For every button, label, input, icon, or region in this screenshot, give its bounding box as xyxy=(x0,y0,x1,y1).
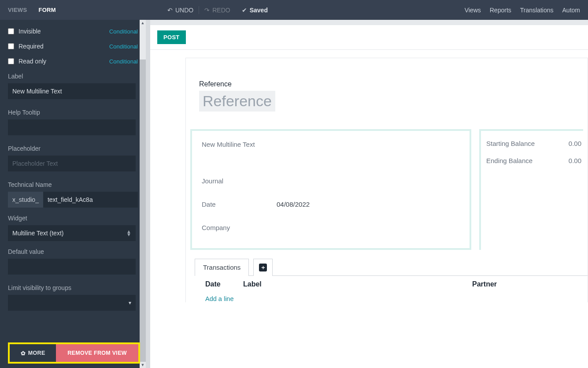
date-label: Date xyxy=(202,201,277,208)
invisible-conditional-link[interactable]: Conditional xyxy=(109,28,138,35)
chevron-down-icon: ▾ xyxy=(129,300,131,306)
separator xyxy=(199,6,199,14)
placeholder-input[interactable] xyxy=(8,156,136,171)
saved-label: Saved xyxy=(250,7,268,14)
technical-name-input[interactable] xyxy=(43,192,138,208)
gear-icon: ✿ xyxy=(21,350,26,357)
scroll-down-icon[interactable]: ▼ xyxy=(140,362,146,368)
plus-icon: ＋ xyxy=(259,264,267,271)
undo-button[interactable]: ↶ UNDO xyxy=(163,5,198,15)
tab-transactions[interactable]: Transactions xyxy=(195,259,249,276)
technical-name-title: Technical Name xyxy=(8,181,138,188)
readonly-label: Read only xyxy=(18,58,46,65)
mode-tabs: VIEWS FORM xyxy=(8,7,61,13)
starting-balance-value[interactable]: 0.00 xyxy=(569,140,581,147)
sidebar-scrollbar[interactable]: ▲ ▼ xyxy=(140,20,146,368)
form-right-panel: Starting Balance0.00 Ending Balance0.00 xyxy=(479,129,583,250)
preview-toolbar: POST xyxy=(150,25,588,50)
check-icon: ✔ xyxy=(242,7,247,14)
company-label: Company xyxy=(202,224,277,231)
col-date: Date xyxy=(195,280,243,288)
top-nav-right: Views Reports Translations Autom xyxy=(465,7,580,14)
post-button[interactable]: POST xyxy=(157,30,186,44)
help-input[interactable] xyxy=(8,119,136,135)
reference-label: Reference xyxy=(199,80,588,88)
sidebar-action-bar: ✿ MORE REMOVE FROM VIEW xyxy=(8,342,140,364)
widget-select[interactable]: Multiline Text (text) ▲▼ xyxy=(8,225,136,241)
redo-button[interactable]: ↷ REDO xyxy=(200,5,234,15)
technical-name-prefix: x_studio_ xyxy=(8,192,43,208)
scroll-thumb[interactable] xyxy=(140,59,146,368)
nav-views[interactable]: Views xyxy=(465,7,481,14)
required-conditional-link[interactable]: Conditional xyxy=(109,43,138,50)
journal-label: Journal xyxy=(202,177,277,185)
ending-balance-value[interactable]: 0.00 xyxy=(569,157,581,164)
form-left-panel: New Multiline Text Journal Date04/08/202… xyxy=(190,129,471,250)
col-label: Label xyxy=(243,280,472,288)
readonly-conditional-link[interactable]: Conditional xyxy=(109,58,138,65)
reference-value[interactable]: Reference xyxy=(199,91,275,112)
nav-automations[interactable]: Autom xyxy=(562,7,580,14)
tab-form[interactable]: FORM xyxy=(38,7,55,13)
redo-label: REDO xyxy=(212,7,230,14)
label-input[interactable] xyxy=(8,83,136,99)
widget-value: Multiline Text (text) xyxy=(12,230,63,237)
remove-from-view-button[interactable]: REMOVE FROM VIEW xyxy=(56,344,138,362)
saved-indicator: ✔ Saved xyxy=(237,5,272,15)
groups-title: Limit visibility to groups xyxy=(8,284,138,291)
tab-views[interactable]: VIEWS xyxy=(8,7,27,13)
undo-label: UNDO xyxy=(175,7,193,14)
default-title: Default value xyxy=(8,248,138,255)
properties-sidebar: ▲ ▼ Invisible Conditional Required Condi… xyxy=(0,20,146,368)
required-label: Required xyxy=(18,43,44,50)
invisible-checkbox[interactable] xyxy=(8,28,14,34)
add-line-link[interactable]: Add a line xyxy=(195,293,588,302)
date-value[interactable]: 04/08/2022 xyxy=(277,201,310,208)
history-controls: ↶ UNDO ↷ REDO ✔ Saved xyxy=(163,5,272,15)
more-button[interactable]: ✿ MORE xyxy=(10,344,56,362)
scroll-up-icon[interactable]: ▲ xyxy=(140,20,146,26)
required-checkbox[interactable] xyxy=(8,43,14,49)
grid-header: Date Label Partner xyxy=(195,275,588,293)
col-partner: Partner xyxy=(472,280,538,288)
chevron-updown-icon: ▲▼ xyxy=(126,230,131,236)
new-multiline-label[interactable]: New Multiline Text xyxy=(202,141,255,148)
default-input[interactable] xyxy=(8,259,136,275)
readonly-checkbox[interactable] xyxy=(8,58,14,64)
top-toolbar: VIEWS FORM ↶ UNDO ↷ REDO ✔ Saved Views R… xyxy=(0,0,588,20)
starting-balance-label: Starting Balance xyxy=(486,140,535,147)
redo-icon: ↷ xyxy=(204,7,210,14)
help-title: Help Tooltip xyxy=(8,109,138,116)
invisible-label: Invisible xyxy=(18,28,41,35)
form-preview: POST Reference Reference New Multiline T… xyxy=(146,20,588,368)
more-label: MORE xyxy=(28,350,45,356)
groups-select[interactable]: ▾ xyxy=(8,295,136,311)
placeholder-title: Placeholder xyxy=(8,145,138,152)
widget-title: Widget xyxy=(8,215,138,222)
ending-balance-label: Ending Balance xyxy=(486,157,533,164)
preview-scrim xyxy=(150,20,588,25)
undo-icon: ↶ xyxy=(167,7,173,14)
nav-reports[interactable]: Reports xyxy=(490,7,511,14)
tabs: Transactions ＋ Date Label Partner Add a … xyxy=(195,259,588,302)
label-title: Label xyxy=(8,73,138,80)
nav-translations[interactable]: Translations xyxy=(520,7,554,14)
add-tab-button[interactable]: ＋ xyxy=(253,259,273,276)
form-card: Reference Reference New Multiline Text J… xyxy=(185,58,588,302)
